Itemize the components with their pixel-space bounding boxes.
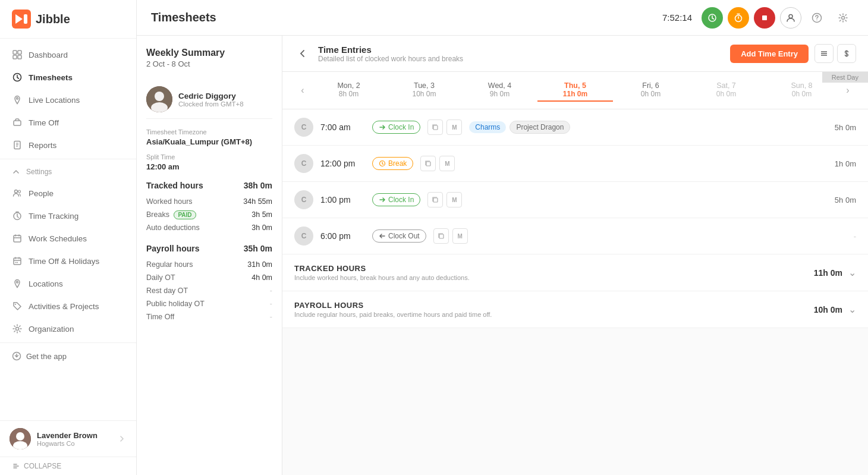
dollar-icon — [842, 49, 851, 58]
sidebar-user[interactable]: Lavender Brown Hogwarts Co — [0, 420, 136, 457]
svg-point-15 — [18, 190, 21, 193]
entry-avatar-3: C — [294, 190, 313, 209]
clock-in-icon — [707, 13, 717, 23]
sidebar-item-activities-projects[interactable]: Activities & Projects — [0, 295, 136, 317]
sidebar-navigation: Dashboard Timesheets Live Locations Time… — [0, 39, 136, 420]
next-day-btn[interactable]: › — [839, 82, 856, 99]
entry-copy-btn-4[interactable] — [433, 228, 449, 244]
time-off-label: Time Off — [146, 313, 174, 321]
get-app-button[interactable]: Get the app — [0, 345, 136, 367]
chevron-up-icon — [12, 168, 20, 176]
day-thu-label: Thu, 5 — [564, 81, 586, 90]
entry-actions-2: M — [420, 156, 455, 171]
timer-btn[interactable] — [728, 7, 749, 29]
person-info: Cedric Diggory Clocked from GMT+8 — [178, 92, 244, 108]
entry-copy-btn-2[interactable] — [420, 156, 436, 171]
sidebar-item-dashboard-label: Dashboard — [29, 51, 68, 59]
weekly-summary-date: 2 Oct - 8 Oct — [146, 59, 272, 68]
sidebar-item-timesheets[interactable]: Timesheets — [0, 66, 136, 89]
sidebar-item-time-tracking[interactable]: Time Tracking — [0, 205, 136, 227]
clockout-arrow-icon — [379, 232, 386, 240]
clockin-label-3: Clock In — [388, 196, 414, 204]
day-sun-hours: 0h 0m — [792, 90, 812, 98]
entry-duration-1: 5h 0m — [820, 123, 856, 132]
svg-point-8 — [17, 97, 18, 99]
regular-hours-row: Regular hours 31h 0m — [146, 258, 272, 271]
entry-tag-clockout[interactable]: Clock Out — [372, 229, 426, 243]
sidebar-item-time-off[interactable]: Time Off — [0, 111, 136, 134]
day-mon[interactable]: Mon, 2 8h 0m — [311, 79, 386, 102]
sidebar-item-live-locations[interactable]: Live Locations — [0, 89, 136, 111]
entries-title: Time Entries — [318, 45, 730, 55]
svg-rect-3 — [13, 51, 17, 54]
daily-ot-value: 4h 0m — [251, 273, 272, 282]
prev-day-btn[interactable]: ‹ — [294, 82, 311, 99]
person-card[interactable]: Cedric Diggory Clocked from GMT+8 — [146, 80, 272, 119]
entry-edit-btn-3[interactable]: M — [446, 192, 462, 207]
timezone-value: Asia/Kuala_Lumpur (GMT+8) — [146, 137, 272, 146]
auto-deductions-value: 3h 0m — [251, 224, 272, 232]
help-btn[interactable] — [806, 7, 828, 29]
day-wed[interactable]: Wed, 4 9h 0m — [462, 79, 537, 102]
collapse-button[interactable]: COLLAPSE — [0, 457, 136, 475]
collapse-label: COLLAPSE — [24, 462, 61, 470]
list-view-btn[interactable] — [814, 44, 834, 63]
settings-btn[interactable] — [832, 7, 854, 29]
stop-btn[interactable] — [754, 7, 775, 29]
chip-charms[interactable]: Charms — [469, 121, 506, 133]
person-clocked-from: Clocked from GMT+8 — [178, 100, 244, 108]
sidebar-item-dashboard[interactable]: Dashboard — [0, 43, 136, 66]
day-sat[interactable]: Sat, 7 0h 0m — [688, 79, 764, 102]
svg-point-27 — [17, 281, 18, 283]
sidebar-item-time-off-holidays[interactable]: Time Off & Holidays — [0, 250, 136, 272]
sidebar-item-locations[interactable]: Locations — [0, 272, 136, 295]
sidebar-item-time-off-label: Time Off — [29, 118, 59, 127]
tracked-hours-summary-row[interactable]: TRACKED HOURS Include worked hours, brea… — [282, 254, 868, 291]
sidebar-item-people[interactable]: People — [0, 182, 136, 205]
entry-copy-btn-3[interactable] — [427, 192, 443, 207]
payroll-hours-summary-row[interactable]: PAYROLL HOURS Include regular hours, pai… — [282, 291, 868, 328]
split-time-section: Split Time 12:00 am — [146, 153, 272, 171]
dollar-view-btn[interactable] — [837, 44, 856, 63]
rest-day-overlay: Rest Day — [822, 72, 868, 83]
entry-copy-btn-1[interactable] — [427, 119, 443, 135]
sidebar-item-organization[interactable]: Organization — [0, 317, 136, 340]
sidebar-item-reports[interactable]: Reports — [0, 134, 136, 156]
tracked-hours-summary-info: TRACKED HOURS Include worked hours, brea… — [294, 264, 470, 281]
get-app-label: Get the app — [26, 352, 67, 361]
break-icon — [379, 160, 386, 167]
user-company: Hogwarts Co — [37, 440, 111, 447]
clockin-arrow-icon — [379, 124, 386, 131]
entry-avatar-4: C — [294, 227, 313, 246]
content: Weekly Summary 2 Oct - 8 Oct Cedric Digg… — [137, 36, 868, 475]
breaks-row: Breaks PAID 3h 5m — [146, 208, 272, 221]
entry-tag-break[interactable]: Break — [372, 157, 413, 170]
add-time-entry-button[interactable]: Add Time Entry — [730, 45, 809, 63]
daily-ot-label: Daily OT — [146, 273, 175, 282]
settings-section-header[interactable]: Settings — [0, 162, 136, 182]
day-fri-hours: 0h 0m — [641, 90, 661, 98]
day-tue[interactable]: Tue, 3 10h 0m — [386, 79, 462, 102]
logo[interactable]: Jibble — [0, 0, 136, 39]
entry-avatar-2: C — [294, 154, 313, 173]
svg-point-40 — [842, 16, 845, 19]
entry-edit-btn-1[interactable]: M — [446, 119, 462, 135]
entry-edit-btn-4[interactable]: M — [452, 228, 468, 244]
entries-subtitle: Detailed list of clocked work hours and … — [318, 55, 730, 63]
profile-btn[interactable] — [780, 7, 801, 29]
weekly-summary-title: Weekly Summary — [146, 48, 272, 58]
chip-project-dragon[interactable]: Project Dragon — [510, 121, 570, 134]
sidebar-item-work-schedules[interactable]: Work Schedules — [0, 227, 136, 250]
entry-duration-2: 1h 0m — [820, 159, 856, 168]
entry-edit-btn-2[interactable]: M — [439, 156, 455, 171]
entry-tag-clockin-3[interactable]: Clock In — [372, 193, 420, 206]
daily-ot-row: Daily OT 4h 0m — [146, 271, 272, 284]
day-fri[interactable]: Fri, 6 0h 0m — [613, 79, 688, 102]
clock-in-status-btn[interactable] — [702, 7, 723, 29]
clock-icon — [12, 72, 23, 83]
entry-tag-clockin-1[interactable]: Clock In — [372, 121, 420, 134]
regular-hours-label: Regular hours — [146, 260, 193, 269]
back-button[interactable] — [294, 45, 311, 62]
person-avatar — [146, 86, 172, 112]
day-thu[interactable]: Thu, 5 11h 0m — [537, 79, 613, 102]
